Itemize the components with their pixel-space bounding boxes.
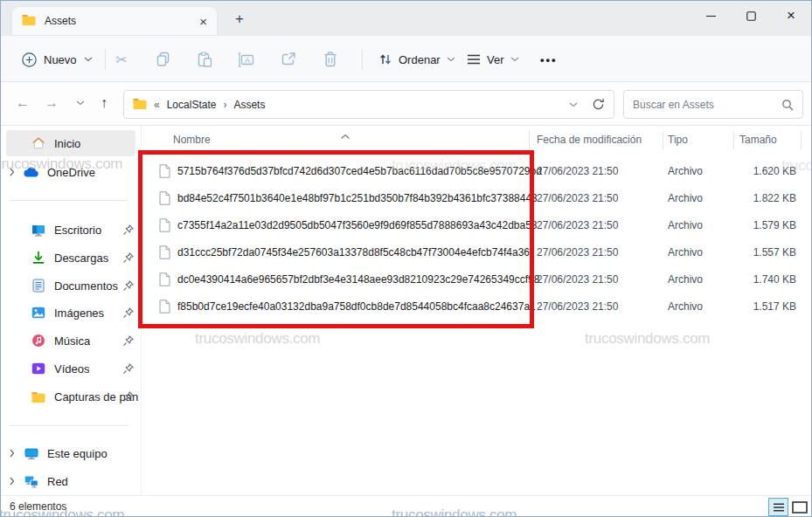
table-row[interactable]: dc0e4390414a6e965657bf2dbf3e4e3148aee93d…	[141, 266, 812, 293]
chevron-down-icon	[447, 57, 455, 62]
file-size: 1.557 KB	[718, 246, 796, 258]
file-name: d31ccc25bf72da0745f34e257603a13378d8f5c4…	[177, 246, 530, 258]
file-icon	[159, 300, 170, 317]
breadcrumb-item-assets[interactable]: Assets	[233, 99, 265, 111]
desktop-icon	[31, 224, 46, 237]
trash-icon	[323, 52, 337, 67]
paste-button[interactable]	[194, 48, 215, 71]
cut-icon: ✂	[115, 52, 127, 68]
maximize-button[interactable]	[731, 1, 771, 31]
minimize-button[interactable]	[691, 1, 731, 31]
sidebar-item-home[interactable]: Inicio	[6, 130, 135, 156]
view-button[interactable]: Ver	[467, 46, 519, 72]
table-row[interactable]: f85b0d7ce19ecfe40a03132dba9a758df0cb8de7…	[141, 293, 812, 321]
search-input[interactable]	[633, 99, 781, 111]
tab-bar: Assets × + ×	[1, 1, 811, 36]
folder-icon	[31, 391, 46, 403]
column-header-size[interactable]: Tamaño	[739, 134, 777, 146]
column-header-modified[interactable]: Fecha de modificación	[537, 134, 642, 146]
chevron-right-icon[interactable]	[1, 449, 24, 458]
file-size: 1.822 KB	[718, 192, 796, 204]
toolbar-separator	[105, 49, 106, 70]
minimize-icon	[706, 16, 716, 17]
refresh-icon[interactable]	[592, 98, 605, 111]
watermark: trucoswindows.com	[195, 330, 320, 348]
sidebar-divider	[10, 200, 128, 201]
new-button[interactable]: Nuevo	[15, 46, 100, 72]
pin-icon	[123, 363, 134, 376]
copy-button[interactable]	[153, 48, 174, 71]
computer-icon	[24, 447, 39, 460]
sidebar-item-pictures[interactable]: Imágenes	[1, 300, 141, 326]
video-icon	[31, 362, 46, 375]
window-controls: ×	[691, 1, 811, 31]
file-name: f85b0d7ce19ecfe40a03132dba9a758df0cb8de7…	[177, 300, 536, 313]
large-icons-view-toggle[interactable]	[790, 500, 809, 514]
address-row: ← → ↑ « LocalState › Assets	[1, 82, 811, 126]
file-icon	[159, 164, 170, 182]
home-icon	[31, 136, 46, 150]
music-icon	[31, 334, 46, 348]
chevron-right-icon[interactable]	[1, 168, 24, 176]
column-separator[interactable]	[733, 131, 734, 149]
sidebar-item-music[interactable]: Música	[1, 327, 141, 354]
breadcrumb-item-localstate[interactable]: LocalState	[167, 99, 217, 111]
column-separator[interactable]	[801, 131, 802, 149]
close-button[interactable]: ×	[771, 1, 811, 31]
column-separator[interactable]	[529, 131, 530, 149]
sidebar-item-downloads[interactable]: Descargas	[1, 245, 141, 271]
forward-button[interactable]: →	[38, 89, 65, 117]
download-icon	[31, 251, 46, 265]
copy-icon	[156, 52, 171, 67]
sort-button[interactable]: Ordenar	[378, 46, 455, 72]
share-button[interactable]	[278, 48, 299, 71]
file-modified: 27/06/2023 21:50	[537, 165, 618, 177]
delete-button[interactable]	[320, 48, 341, 71]
tab-close-icon[interactable]: ×	[199, 15, 207, 28]
chevron-right-icon[interactable]	[1, 477, 24, 486]
list-lines-icon	[467, 54, 481, 65]
column-header-name[interactable]: Nombre	[173, 134, 211, 146]
column-header-type[interactable]: Tipo	[668, 134, 688, 146]
up-button[interactable]: ↑	[91, 89, 117, 117]
new-tab-button[interactable]: +	[228, 8, 251, 30]
recent-locations-button[interactable]	[67, 89, 94, 117]
back-button[interactable]: ←	[10, 89, 36, 117]
details-view-toggle[interactable]	[768, 498, 788, 516]
cloud-icon	[24, 167, 39, 177]
column-separator[interactable]	[663, 131, 663, 149]
file-icon	[159, 191, 170, 209]
file-size: 1.620 KB	[718, 165, 796, 177]
table-row[interactable]: 5715b764f376d5d37bfcd742d6d307ced4e5b7ba…	[141, 158, 812, 185]
file-size: 1.740 KB	[718, 273, 796, 286]
sidebar-item-this-pc[interactable]: Este equipo	[1, 440, 141, 466]
cut-button[interactable]: ✂	[111, 48, 132, 71]
tab-assets[interactable]: Assets ×	[11, 6, 218, 36]
table-row[interactable]: c7355f14a2a11e03d2d9505db5047f3560e9f9d6…	[141, 212, 812, 239]
sidebar-item-network[interactable]: Red	[1, 468, 141, 494]
address-bar[interactable]: « LocalState › Assets	[123, 90, 614, 119]
sidebar-item-videos[interactable]: Vídeos	[1, 355, 141, 382]
navigation-pane: Inicio OneDrive Escritorio	[1, 126, 141, 495]
details-view-icon	[773, 503, 785, 512]
network-icon	[24, 475, 39, 488]
sidebar-item-screenshots[interactable]: Capturas de pan	[1, 383, 141, 410]
file-type: Archivo	[668, 273, 703, 286]
chevron-down-icon	[76, 100, 85, 106]
sidebar-item-onedrive[interactable]: OneDrive	[1, 159, 141, 185]
rename-button[interactable]: A	[236, 48, 257, 71]
sidebar-divider	[10, 425, 128, 426]
search-box[interactable]	[623, 90, 803, 119]
file-icon	[159, 272, 170, 290]
breadcrumb-overflow-icon[interactable]: «	[154, 99, 160, 111]
svg-text:A: A	[245, 55, 250, 64]
table-row[interactable]: bd84e52c4f7501b3640e1e48bf97b1c251bd350b…	[141, 185, 812, 212]
more-options-button[interactable]: •••	[540, 46, 558, 72]
sidebar-item-documents[interactable]: Documentos	[1, 272, 141, 299]
sidebar-item-desktop[interactable]: Escritorio	[1, 217, 141, 243]
search-icon[interactable]	[781, 99, 794, 111]
file-name: dc0e4390414a6e965657bf2dbf3e4e3148aee93d…	[177, 273, 539, 286]
address-dropdown-icon[interactable]	[569, 102, 578, 107]
table-row[interactable]: d31ccc25bf72da0745f34e257603a13378d8f5c4…	[141, 239, 812, 266]
document-icon	[31, 279, 46, 293]
